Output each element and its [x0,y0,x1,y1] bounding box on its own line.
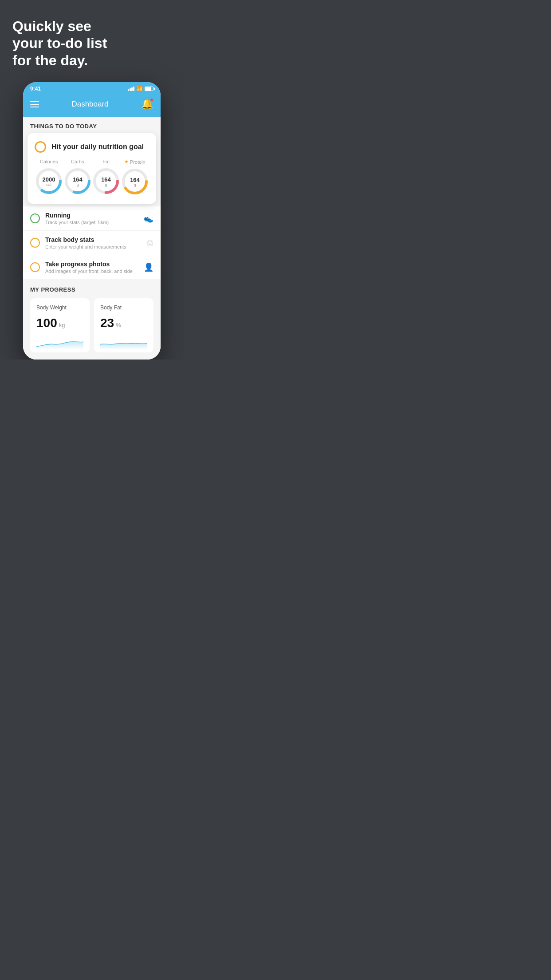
progress-photos-icon: 👤 [144,262,153,272]
signal-icon [128,87,134,91]
things-today-header: THINGS TO DO TODAY [23,117,161,133]
body-stats-sub: Enter your weight and measurements [45,244,141,249]
body-stats-text: Track body stats Enter your weight and m… [45,236,141,249]
battery-icon [145,87,153,91]
todo-item-progress-photos[interactable]: Take progress photos Add images of your … [23,255,161,279]
svg-text:g: g [105,183,107,187]
running-sub: Track your stats (target: 5km) [45,220,138,225]
svg-text:164: 164 [101,177,111,183]
progress-photos-sub: Add images of your front, back, and side [45,269,138,274]
protein-label: ★ Protein [124,159,146,165]
progress-photos-check-circle [30,262,40,272]
metric-protein: ★ Protein 164 g [121,159,149,196]
body-weight-card[interactable]: Body Weight 100 kg [30,298,90,352]
svg-text:cal: cal [46,183,51,187]
body-fat-title: Body Fat [100,304,147,311]
body-weight-value-row: 100 kg [36,316,83,330]
body-stats-check-circle [30,238,40,248]
nutrition-card-title-row: Hit your daily nutrition goal [35,141,149,153]
running-text: Running Track your stats (target: 5km) [45,212,138,225]
running-icon: 👟 [144,213,153,223]
todo-item-running[interactable]: Running Track your stats (target: 5km) 👟 [23,206,161,231]
svg-text:g: g [134,183,136,188]
nutrition-check-circle [35,141,46,153]
notifications-button[interactable]: 🔔 [141,98,153,111]
protein-donut: 164 g [121,167,149,196]
status-bar: 9:41 📶 [23,82,161,94]
fat-label: Fat [102,159,110,164]
phone-frame: 9:41 📶 Dashboard 🔔 [23,82,161,360]
svg-text:g: g [76,183,79,187]
todo-list: Running Track your stats (target: 5km) 👟… [23,206,161,279]
nutrition-metrics: Calories 2000 cal Carbs [35,159,149,196]
metric-carbs: Carbs 164 g [63,159,92,195]
body-fat-unit: % [116,322,121,328]
menu-button[interactable] [30,101,39,107]
body-fat-chart [100,335,147,351]
header-title: Dashboard [71,100,108,109]
progress-section: MY PROGRESS Body Weight 100 kg [23,279,161,360]
phone-mockup: 9:41 📶 Dashboard 🔔 [23,82,161,360]
running-name: Running [45,212,138,219]
calories-donut: 2000 cal [35,167,63,195]
nutrition-card-title: Hit your daily nutrition goal [51,143,144,151]
carbs-label: Carbs [71,159,84,164]
body-weight-chart [36,335,83,351]
fat-donut: 164 g [92,167,120,195]
hero-text: Quickly see your to-do list for the day. [12,18,171,69]
todo-item-body-stats[interactable]: Track body stats Enter your weight and m… [23,231,161,255]
body-weight-value: 100 [36,316,57,330]
metric-calories: Calories 2000 cal [35,159,63,195]
svg-text:2000: 2000 [43,177,55,183]
running-check-circle [30,213,40,223]
svg-text:164: 164 [73,177,83,183]
progress-photos-name: Take progress photos [45,261,138,268]
metric-fat: Fat 164 g [92,159,120,195]
body-fat-value: 23 [100,316,114,330]
progress-photos-text: Take progress photos Add images of your … [45,261,138,274]
app-header: Dashboard 🔔 [23,94,161,117]
body-stats-name: Track body stats [45,236,141,243]
carbs-donut: 164 g [63,167,92,195]
calories-label: Calories [40,159,58,164]
nutrition-card[interactable]: Hit your daily nutrition goal Calories 2… [28,133,156,204]
body-fat-value-row: 23 % [100,316,147,330]
star-icon: ★ [124,159,129,165]
background-page: Quickly see your to-do list for the day.… [0,0,184,360]
body-weight-title: Body Weight [36,304,83,311]
progress-cards: Body Weight 100 kg [30,298,153,360]
wifi-icon: 📶 [136,86,143,92]
app-content: THINGS TO DO TODAY Hit your daily nutrit… [23,117,161,360]
body-weight-unit: kg [59,322,65,328]
body-fat-card[interactable]: Body Fat 23 % [94,298,153,352]
status-icons: 📶 [128,86,153,92]
progress-section-title: MY PROGRESS [30,286,153,293]
body-stats-icon: ⚖ [146,238,153,248]
status-time: 9:41 [30,86,41,92]
svg-text:164: 164 [130,177,140,184]
